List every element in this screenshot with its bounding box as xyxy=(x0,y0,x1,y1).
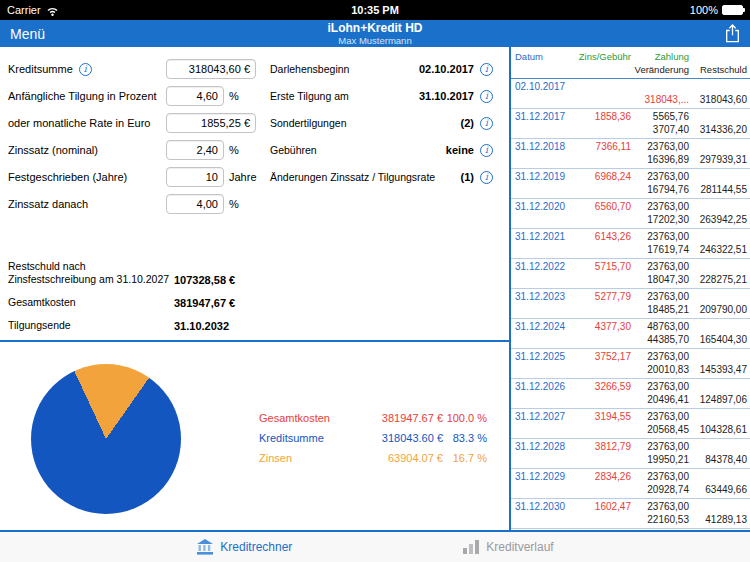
form-field-row: Festgeschrieben (Jahre)10Jahre xyxy=(8,167,256,187)
detail-row: Gebührenkeinei xyxy=(270,140,493,160)
legend-row: Gesamtkosten381947.67 €100.0 % xyxy=(259,408,487,428)
header-zins: Zins/Gebühr xyxy=(569,50,631,63)
detail-label: Änderungen Zinssatz / Tilgungsrate xyxy=(270,171,435,183)
table-row[interactable]: 31.12.20196968,2423763,0016794,76281144,… xyxy=(511,169,750,199)
user-name: Max Mustermann xyxy=(0,35,750,46)
field-input[interactable]: 2,40 xyxy=(166,140,224,160)
detail-label: Gebühren xyxy=(270,144,317,156)
table-row[interactable]: 31.12.20273194,5523763,0020568,45104328,… xyxy=(511,409,750,439)
share-icon xyxy=(725,24,740,43)
field-label: Anfängliche Tilgung in Prozent xyxy=(8,90,157,102)
bank-calculator-icon xyxy=(196,539,214,555)
summary-value: 381947,67 € xyxy=(174,297,256,309)
detail-label: Erste Tilgung am xyxy=(270,90,349,102)
cell-veraenderung: 17619,74 xyxy=(631,243,689,256)
tab-kreditverlauf[interactable]: Kreditverlauf xyxy=(462,540,553,554)
form-field-row: Zinssatz danach4,00% xyxy=(8,194,256,214)
cell-veraenderung: 20928,74 xyxy=(631,483,689,496)
table-row[interactable]: 02.10.2017318043,...318043,60 xyxy=(511,79,750,109)
cell-datum: 31.12.2024 xyxy=(515,320,569,333)
app-title: iLohn+Kredit HD xyxy=(0,22,750,35)
legend-label: Zinsen xyxy=(259,452,347,464)
legend-percent: 16.7 % xyxy=(443,452,487,464)
table-row[interactable]: 31.12.20283812,7923763,0019950,2184378,4… xyxy=(511,439,750,469)
loan-parameters-column: Kreditsummei318043,60 €Anfängliche Tilgu… xyxy=(0,47,260,340)
table-row[interactable]: 31.12.20301602,4723763,0022160,5341289,1… xyxy=(511,499,750,529)
cell-zins: 3194,55 xyxy=(569,410,631,423)
detail-value: 02.10.2017 xyxy=(419,63,474,75)
cell-zahlung xyxy=(631,80,689,93)
cell-zins: 3752,17 xyxy=(569,350,631,363)
info-icon[interactable]: i xyxy=(79,63,92,76)
cell-zins: 1602,47 xyxy=(569,500,631,513)
battery-percent: 100% xyxy=(690,4,718,16)
cell-veraenderung: 19950,21 xyxy=(631,453,689,466)
table-row[interactable]: 31.12.20225715,7023763,0018047,30228275,… xyxy=(511,259,750,289)
table-row[interactable]: 31.12.20171858,365565,763707,40314336,20 xyxy=(511,109,750,139)
cell-zahlung: 23763,00 xyxy=(631,140,689,153)
summary-value: 107328,58 € xyxy=(174,274,256,286)
clock: 10:35 PM xyxy=(0,4,750,16)
detail-label: Sondertilgungen xyxy=(270,117,346,129)
cell-datum: 31.12.2028 xyxy=(515,440,569,453)
table-body[interactable]: 02.10.2017318043,...318043,6031.12.20171… xyxy=(511,79,750,530)
table-row[interactable]: 31.12.20253752,1723763,0020010,83145393,… xyxy=(511,349,750,379)
field-label: Zinssatz (nominal) xyxy=(8,144,98,156)
field-input[interactable]: 1855,25 € xyxy=(166,113,256,133)
cell-zins: 6143,26 xyxy=(569,230,631,243)
cell-restschuld: 104328,61 xyxy=(689,423,747,436)
cell-datum: 31.12.2030 xyxy=(515,500,569,513)
field-unit: Jahre xyxy=(224,171,256,183)
menu-button[interactable]: Menü xyxy=(10,26,45,42)
table-row[interactable]: 31.12.2031 xyxy=(511,529,750,530)
table-row[interactable]: 31.12.20244377,3048763,0044385,70165404,… xyxy=(511,319,750,349)
field-input[interactable]: 318043,60 € xyxy=(166,59,256,79)
cell-zins: 7366,11 xyxy=(569,140,631,153)
cell-restschuld: 41289,13 xyxy=(689,513,747,526)
form-field-row: Kreditsummei318043,60 € xyxy=(8,59,256,79)
table-row[interactable]: 31.12.20292834,2623763,0020928,7463449,6… xyxy=(511,469,750,499)
detail-value: keine xyxy=(446,144,474,156)
field-input[interactable]: 4,00 xyxy=(166,194,224,214)
cell-veraenderung: 20496,41 xyxy=(631,393,689,406)
table-row[interactable]: 31.12.20206560,7023763,0017202,30263942,… xyxy=(511,199,750,229)
detail-row: Darlehensbeginn02.10.2017i xyxy=(270,59,493,79)
cell-restschuld: 145393,47 xyxy=(689,363,747,376)
cell-zins: 6560,70 xyxy=(569,200,631,213)
table-row[interactable]: 31.12.20235277,7923763,0018485,21209790,… xyxy=(511,289,750,319)
info-icon[interactable]: i xyxy=(480,171,493,184)
table-row[interactable]: 31.12.20216143,2623763,0017619,74246322,… xyxy=(511,229,750,259)
cell-zahlung: 23763,00 xyxy=(631,290,689,303)
cell-veraenderung: 18047,30 xyxy=(631,273,689,286)
header-zahlung: Zahlung xyxy=(631,50,689,63)
cell-zahlung: 23763,00 xyxy=(631,260,689,273)
cell-datum: 31.12.2020 xyxy=(515,200,569,213)
cell-veraenderung: 17202,30 xyxy=(631,213,689,226)
info-icon[interactable]: i xyxy=(480,144,493,157)
cell-veraenderung: 18485,21 xyxy=(631,303,689,316)
summary-label: Gesamtkosten xyxy=(8,296,174,309)
cell-zahlung: 23763,00 xyxy=(631,380,689,393)
cell-restschuld: 84378,40 xyxy=(689,453,747,466)
field-input[interactable]: 4,60 xyxy=(166,86,224,106)
cell-zahlung: 23763,00 xyxy=(631,170,689,183)
nav-bar: Menü iLohn+Kredit HD Max Mustermann xyxy=(0,20,750,47)
info-icon[interactable]: i xyxy=(480,63,493,76)
cell-restschuld: 165404,30 xyxy=(689,333,747,346)
field-unit: % xyxy=(224,90,256,102)
cell-zins: 1858,36 xyxy=(569,110,631,123)
legend-label: Gesamtkosten xyxy=(259,412,347,424)
tab-kreditrechner[interactable]: Kreditrechner xyxy=(196,539,292,555)
table-row[interactable]: 31.12.20187366,1123763,0016396,89297939,… xyxy=(511,139,750,169)
info-icon[interactable]: i xyxy=(480,117,493,130)
legend-row: Kreditsumme318043.60 €83.3 % xyxy=(259,428,487,448)
summary-row: Gesamtkosten381947,67 € xyxy=(8,296,256,309)
table-row[interactable]: 31.12.20263266,5923763,0020496,41124897,… xyxy=(511,379,750,409)
info-icon[interactable]: i xyxy=(480,90,493,103)
share-button[interactable] xyxy=(725,24,740,43)
tab-label: Kreditrechner xyxy=(220,540,292,554)
loan-details-column: Darlehensbeginn02.10.2017iErste Tilgung … xyxy=(260,47,509,340)
field-input[interactable]: 10 xyxy=(166,167,224,187)
cell-zins: 3266,59 xyxy=(569,380,631,393)
legend-percent: 100.0 % xyxy=(443,412,487,424)
